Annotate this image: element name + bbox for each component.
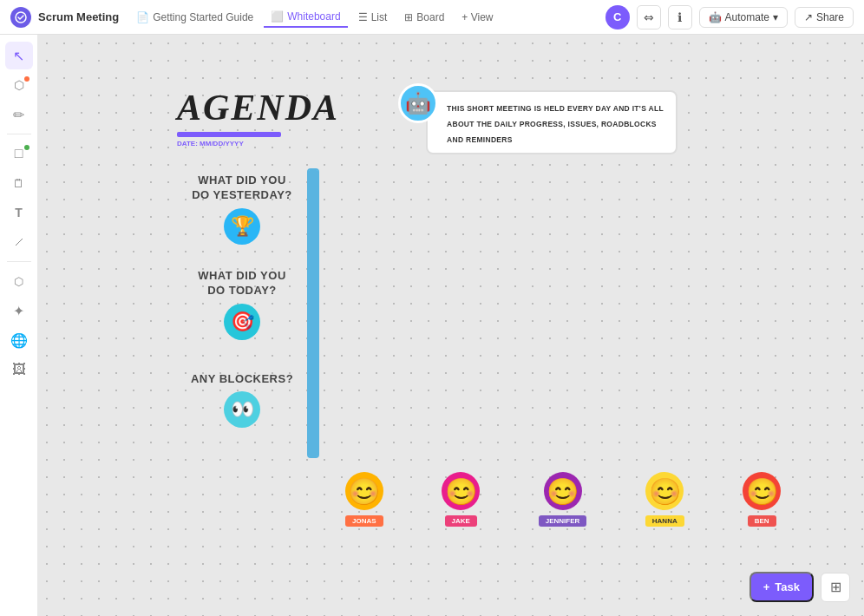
add-view-button[interactable]: + View (455, 8, 500, 27)
avatar-ben: 😊 BEN (743, 472, 781, 527)
automate-button[interactable]: 🤖 Automate ▾ (699, 7, 788, 28)
date-label: DATE: MM/DD/YYYY (177, 140, 339, 147)
mascot-icon: 🤖 (398, 83, 438, 123)
sidebar-item-text[interactable]: T (5, 199, 33, 226)
avatar-face-ben: 😊 (743, 472, 781, 510)
project-name: Scrum Meeting (38, 10, 119, 23)
avatar-jonas: 😊 JONAS (345, 472, 383, 527)
app-logo (10, 7, 31, 28)
avatar-name-ben: BEN (748, 515, 776, 527)
row-icon-today: 🎯 (224, 304, 260, 340)
connect-icon: ⬡ (14, 275, 23, 288)
header-right: C ⇔ ℹ 🤖 Automate ▾ ↗ Share (605, 5, 854, 29)
info-bubble: THIS SHORT MEETING IS HELD EVERY DAY AND… (426, 90, 677, 154)
avatars-row: 😊 JONAS 😊 JAKE 😊 JENNIFER 😊 HANNA 😊 (307, 472, 819, 527)
agenda-title: AGENDA (177, 87, 339, 128)
grid-view-button[interactable]: ⊞ (821, 573, 850, 602)
task-button[interactable]: + Task (749, 572, 814, 602)
avatar-jake: 😊 JAKE (442, 472, 480, 527)
share-icon: ↗ (804, 11, 813, 23)
doc-icon: 📄 (136, 11, 149, 23)
avatar-name-jonas: JONAS (345, 515, 383, 527)
main-layout: ↖ ⬡ ✏ □ 🗒 T ⟋ ⬡ ✦ 🌐 (0, 35, 864, 616)
shape-dot (24, 145, 29, 150)
avatar-face-hanna: 😊 (645, 472, 684, 510)
sidebar-item-pen[interactable]: ✏ (5, 101, 33, 128)
avatar-face-jake: 😊 (442, 472, 480, 510)
sidebar-divider-2 (7, 261, 31, 262)
sidebar-item-image[interactable]: 🖼 (5, 356, 33, 383)
agenda-date-bar (177, 132, 281, 137)
shape-icon: □ (15, 146, 23, 161)
grid-cell-2-5[interactable] (316, 265, 317, 361)
tab-getting-started[interactable]: 📄 Getting Started Guide (129, 8, 260, 27)
sidebar-item-sticky[interactable]: 🗒 (5, 169, 33, 197)
grid-icon: ⊞ (830, 579, 841, 595)
line-icon: ⟋ (12, 234, 26, 250)
paint-icon: ⬡ (14, 78, 24, 92)
row-label-today: WHAT DID YOUDO TODAY? 🎯 (177, 257, 307, 352)
board-icon: ⊞ (404, 11, 413, 23)
avatar-jennifer: 😊 JENNIFER (539, 472, 587, 527)
whiteboard-content: AGENDA DATE: MM/DD/YYYY 🤖 THIS SHORT MEE… (177, 87, 819, 527)
info-icon[interactable]: ℹ (668, 5, 692, 29)
template-icon: ✦ (13, 303, 24, 319)
avatar-face-jennifer: 😊 (544, 472, 582, 510)
row-labels: WHAT DID YOUDO YESTERDAY? 🏆 WHAT DID YOU… (177, 161, 307, 448)
text-icon: T (15, 206, 23, 220)
avatar-name-jake: JAKE (445, 515, 477, 527)
row-label-blockers-text: ANY BLOCKERS? (191, 372, 293, 387)
image-icon: 🖼 (12, 362, 26, 377)
tab-list[interactable]: ☰ List (351, 8, 395, 27)
sidebar-item-template[interactable]: ✦ (5, 297, 33, 324)
expand-icon[interactable]: ⇔ (637, 5, 661, 29)
list-icon: ☰ (358, 11, 368, 23)
row-label-yesterday: WHAT DID YOUDO YESTERDAY? 🏆 (177, 161, 307, 257)
tab-board[interactable]: ⊞ Board (397, 8, 451, 27)
row-label-yesterday-text: WHAT DID YOUDO YESTERDAY? (192, 174, 292, 203)
row-label-blockers: ANY BLOCKERS? 👀 (177, 352, 307, 448)
header: Scrum Meeting 📄 Getting Started Guide ⬜ … (0, 0, 864, 35)
sidebar-item-connect[interactable]: ⬡ (5, 267, 33, 295)
paint-dot (24, 76, 29, 82)
avatar-face-jonas: 😊 (345, 472, 383, 510)
sidebar-item-shape[interactable]: □ (5, 140, 33, 167)
pen-icon: ✏ (13, 107, 24, 123)
grid-cell-3-5[interactable] (316, 361, 317, 456)
bottom-right-controls: + Task ⊞ (749, 572, 850, 602)
avatar-name-hanna: HANNA (645, 515, 684, 527)
grid-cell-1-5[interactable] (316, 170, 317, 265)
user-avatar[interactable]: C (605, 5, 630, 29)
avatar-hanna: 😊 HANNA (645, 472, 684, 527)
sidebar-item-line[interactable]: ⟋ (5, 228, 33, 256)
tab-whiteboard[interactable]: ⬜ Whiteboard (264, 7, 347, 28)
sticky-icon: 🗒 (13, 177, 24, 190)
whiteboard-icon: ⬜ (271, 10, 284, 23)
row-label-today-text: WHAT DID YOUDO TODAY? (198, 269, 286, 298)
canvas[interactable]: AGENDA DATE: MM/DD/YYYY 🤖 THIS SHORT MEE… (38, 35, 864, 616)
cursor-icon: ↖ (13, 48, 24, 64)
sidebar-item-paint[interactable]: ⬡ (5, 71, 33, 99)
plus-icon: + (763, 580, 770, 593)
automate-icon: 🤖 (709, 11, 722, 23)
sticky-grid (307, 168, 319, 458)
row-icon-blockers: 👀 (224, 391, 260, 428)
sidebar: ↖ ⬡ ✏ □ 🗒 T ⟋ ⬡ ✦ 🌐 (0, 35, 38, 616)
row-icon-yesterday: 🏆 (224, 208, 260, 245)
sidebar-divider-1 (7, 134, 31, 134)
sidebar-item-cursor[interactable]: ↖ (5, 42, 33, 69)
sidebar-item-globe[interactable]: 🌐 (5, 326, 33, 354)
share-button[interactable]: ↗ Share (795, 7, 854, 28)
globe-icon: 🌐 (10, 332, 28, 349)
chevron-down-icon: ▾ (773, 11, 778, 23)
avatar-name-jennifer: JENNIFER (539, 515, 587, 527)
